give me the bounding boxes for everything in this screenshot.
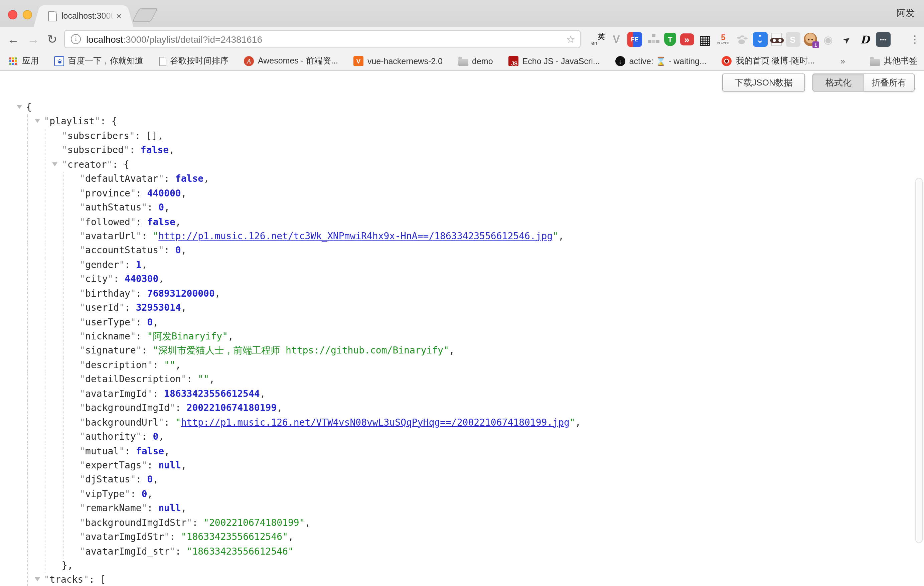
tab-close-icon[interactable]: × xyxy=(116,12,122,21)
json-link[interactable]: http://p1.music.126.net/tc3Wk_XNPmwiR4hx… xyxy=(158,231,553,241)
fe-icon[interactable]: FE xyxy=(627,32,642,47)
indent-guide xyxy=(27,415,28,430)
bookmark-echojs[interactable]: JSEcho JS - JavaScri... xyxy=(508,56,600,66)
json-key: avatarUrl xyxy=(85,231,136,241)
vue-icon[interactable]: V xyxy=(609,32,624,47)
forward-button[interactable]: → xyxy=(25,27,41,52)
bookmark-awesomes[interactable]: AAwesomes - 前端资... xyxy=(244,56,338,67)
json-token: , xyxy=(153,474,158,485)
translate-icon[interactable]: 英en xyxy=(591,32,605,47)
paw-icon[interactable] xyxy=(734,32,749,47)
json-token: " xyxy=(153,345,158,356)
collapse-triangle-icon[interactable] xyxy=(17,105,22,112)
url-text[interactable]: localhost:3000/playlist/detail?id=243816… xyxy=(86,34,262,45)
indent-guide xyxy=(63,315,63,329)
bookmark-vue-hackernews[interactable]: Vvue-hackernews-2.0 xyxy=(353,56,443,66)
back-button[interactable]: ← xyxy=(5,27,21,52)
new-tab-button[interactable] xyxy=(132,8,158,22)
json-string: 深圳市爱猫人士，前端工程师 https://github.com/Binaryi… xyxy=(158,345,443,356)
bookmark-baidu[interactable]: 百度一下，你就知道 xyxy=(54,56,143,67)
json-line: "avatarImgId_str": "18633423556612546" xyxy=(0,544,924,559)
json-link[interactable]: http://p1.music.126.net/VTW4vsN08vwL3uSQ… xyxy=(181,417,569,427)
d-icon[interactable]: D xyxy=(858,32,872,47)
onetab-icon[interactable]: ••• xyxy=(876,32,891,47)
bookmarks-overflow-icon[interactable]: » xyxy=(840,56,845,66)
indent-guide xyxy=(63,487,63,502)
proxy-mask-icon[interactable] xyxy=(771,33,782,46)
s-icon[interactable]: S xyxy=(785,32,800,47)
fast-forward-icon[interactable]: » xyxy=(680,33,694,45)
bookmark-demo[interactable]: demo xyxy=(458,56,493,66)
browser-menu-icon[interactable]: ⋮ xyxy=(910,27,920,52)
json-token: " xyxy=(136,431,142,442)
bird-icon[interactable]: ➤ xyxy=(836,29,856,50)
weibo-gray-icon[interactable]: ◉ xyxy=(821,32,835,47)
json-key: city xyxy=(85,274,107,284)
indent-guide xyxy=(45,229,45,244)
shield-t-icon[interactable]: T xyxy=(664,33,676,46)
bookmark-star-icon[interactable]: ☆ xyxy=(566,33,575,45)
json-token: " xyxy=(79,187,85,198)
json-value: 0 xyxy=(147,316,153,327)
json-token: " xyxy=(44,116,50,127)
json-key: userType xyxy=(85,316,130,327)
page-icon xyxy=(159,56,166,66)
collapse-triangle-icon[interactable] xyxy=(53,162,58,169)
json-line: "backgroundImgIdStr": "2002210674180199"… xyxy=(0,515,924,530)
json-token: " xyxy=(142,503,147,513)
bookmark-google-sort[interactable]: 谷歌按时间排序 xyxy=(159,56,228,67)
scrollbar-thumb[interactable] xyxy=(915,178,923,543)
close-window-button[interactable] xyxy=(8,10,17,19)
indent-guide xyxy=(27,200,28,215)
minimize-window-button[interactable] xyxy=(23,10,32,19)
json-token: " xyxy=(130,331,136,342)
json-token: " xyxy=(187,546,192,556)
download-json-button[interactable]: 下载JSON数据 xyxy=(722,74,805,92)
html5-player-icon[interactable]: 5PLAYER xyxy=(716,32,731,47)
json-token: " xyxy=(130,216,136,227)
indent-guide xyxy=(45,301,45,315)
json-token: : xyxy=(136,216,147,227)
json-line: "userType": 0, xyxy=(0,315,924,329)
collapse-all-button[interactable]: 折叠所有 xyxy=(864,74,915,92)
indent-guide xyxy=(45,258,45,272)
indent-guide xyxy=(63,358,63,373)
format-button[interactable]: 格式化 xyxy=(812,74,865,92)
json-key: backgroundImgId xyxy=(85,402,170,413)
json-token: " xyxy=(130,288,136,298)
json-token: " xyxy=(170,360,175,370)
json-token: " xyxy=(94,116,100,127)
json-key: signature xyxy=(85,345,136,356)
indent-guide xyxy=(45,415,45,430)
browser-tab[interactable]: localhost:3000/playlist/detail? × xyxy=(41,5,125,27)
sitemap-icon[interactable] xyxy=(646,32,660,47)
indent-guide xyxy=(27,401,28,415)
json-token: " xyxy=(79,431,85,442)
bookmark-apps[interactable]: 应用 xyxy=(8,56,39,67)
json-line: "backgroundImgId": 2002210674180199, xyxy=(0,401,924,415)
address-bar[interactable]: i localhost:3000/playlist/detail?id=2438… xyxy=(64,30,581,48)
video-download-icon[interactable]: ⌄ xyxy=(752,32,767,47)
indent-guide xyxy=(27,502,28,516)
qr-code-icon[interactable]: ▦ xyxy=(698,32,712,47)
json-token: : xyxy=(153,388,164,399)
collapse-triangle-icon[interactable] xyxy=(35,578,40,584)
json-key: subscribed xyxy=(68,145,124,155)
site-info-icon[interactable]: i xyxy=(71,34,81,44)
json-token: , xyxy=(181,503,187,513)
collapse-triangle-icon[interactable] xyxy=(35,119,40,126)
profile-name[interactable]: 阿发 xyxy=(897,7,915,19)
json-token: , xyxy=(277,402,282,413)
bookmark-active[interactable]: ↓active: ⌛ - waiting... xyxy=(615,56,706,66)
indent-guide xyxy=(63,387,63,401)
json-key: userId xyxy=(85,302,119,313)
json-token: , xyxy=(449,345,455,356)
json-line: "playlist": { xyxy=(0,115,924,129)
tampermonkey-icon[interactable]: • •1 xyxy=(804,33,817,46)
json-token: : xyxy=(175,402,187,413)
bookmark-weibo-home[interactable]: 我的首页 微博-随时... xyxy=(722,56,815,67)
reload-button[interactable]: ↻ xyxy=(44,27,60,52)
json-token: " xyxy=(79,417,85,427)
json-token: " xyxy=(443,345,449,356)
other-bookmarks-button[interactable]: 其他书签 xyxy=(870,56,917,67)
